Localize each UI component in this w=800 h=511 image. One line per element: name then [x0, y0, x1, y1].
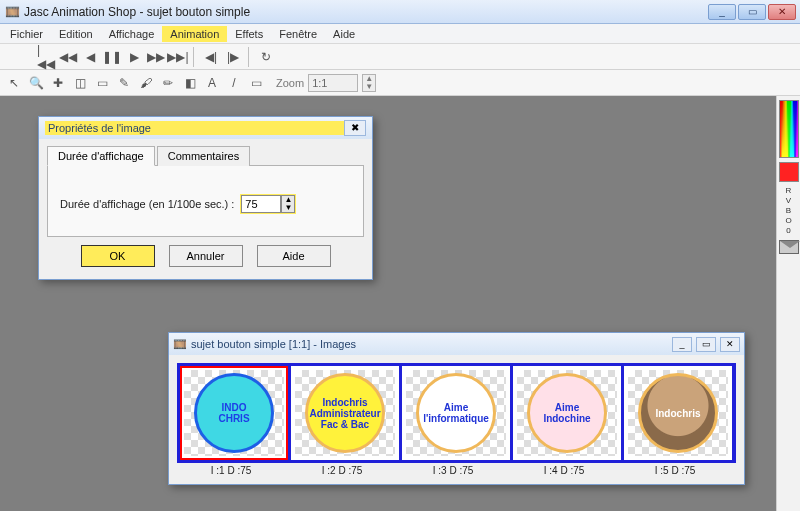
frame-strip: INDOCHRISIndochrisAdministrateurFac & Ba…: [177, 363, 736, 463]
frames-window: 🎞️ sujet bouton simple [1:1] - Images _ …: [168, 332, 745, 485]
ok-button[interactable]: OK: [81, 245, 155, 267]
brush-icon[interactable]: 🖌: [136, 73, 156, 93]
tab-duree[interactable]: Durée d'affichage: [47, 146, 155, 166]
spin-down-icon[interactable]: ▼: [282, 204, 294, 212]
frame-bubble: Aimel'informatique: [416, 373, 496, 453]
frame-5[interactable]: Indochris: [624, 366, 732, 460]
maximize-button[interactable]: ▭: [738, 4, 766, 20]
marquee-icon[interactable]: ▭: [92, 73, 112, 93]
menu-fenêtre[interactable]: Fenêtre: [271, 26, 325, 42]
menubar: FichierEditionAffichageAnimationEffetsFe…: [0, 24, 800, 44]
frame-bubble: Indochris: [638, 373, 718, 453]
tool-toolbar: ↖🔍✚◫▭✎🖌✏◧A/▭Zoom▲▼: [0, 70, 800, 96]
crosshair-icon[interactable]: ✚: [48, 73, 68, 93]
frame-label: I :2 D :75: [288, 465, 396, 476]
close-button[interactable]: ✕: [768, 4, 796, 20]
play-icon[interactable]: ▶: [124, 47, 144, 67]
step-fwd-icon[interactable]: |▶: [223, 47, 243, 67]
dialog-title: Propriétés de l'image: [45, 121, 344, 135]
pointer-icon[interactable]: ↖: [4, 73, 24, 93]
menu-affichage[interactable]: Affichage: [101, 26, 163, 42]
help-button[interactable]: Aide: [257, 245, 331, 267]
frame-bubble: IndochrisAdministrateurFac & Bac: [305, 373, 385, 453]
pause-icon[interactable]: ❚❚: [102, 47, 122, 67]
tab-commentaires[interactable]: Commentaires: [157, 146, 251, 166]
frame-1[interactable]: INDOCHRIS: [180, 366, 288, 460]
frame-3[interactable]: Aimel'informatique: [402, 366, 510, 460]
menu-aide[interactable]: Aide: [325, 26, 363, 42]
frame-4[interactable]: AimeIndochine: [513, 366, 621, 460]
last-icon[interactable]: ▶▶|: [168, 47, 188, 67]
zoom-label: Zoom: [276, 77, 304, 89]
zoom-input[interactable]: [308, 74, 358, 92]
mail-icon[interactable]: [779, 240, 799, 254]
channel-letters: R V B O 0: [785, 186, 791, 236]
menu-effets[interactable]: Effets: [227, 26, 271, 42]
duration-label: Durée d'affichage (en 1/100e sec.) :: [60, 198, 234, 210]
prev-icon[interactable]: ◀◀: [58, 47, 78, 67]
eraser-icon[interactable]: ◧: [180, 73, 200, 93]
film-icon: 🎞️: [173, 338, 187, 351]
frames-window-title: sujet bouton simple [1:1] - Images: [191, 338, 668, 350]
foreground-swatch[interactable]: [779, 162, 799, 182]
frame-bubble: INDOCHRIS: [194, 373, 274, 453]
child-close-button[interactable]: ✕: [720, 337, 740, 352]
child-minimize-button[interactable]: _: [672, 337, 692, 352]
right-dock: R V B O 0: [776, 96, 800, 511]
line-icon[interactable]: /: [224, 73, 244, 93]
menu-animation[interactable]: Animation: [162, 26, 227, 42]
zoom-spinner[interactable]: ▲▼: [362, 74, 376, 92]
duration-stepper[interactable]: ▲▼: [240, 194, 296, 214]
dialog-close-button[interactable]: ✖: [344, 120, 366, 136]
window-title: Jasc Animation Shop - sujet bouton simpl…: [24, 5, 708, 19]
frame-2[interactable]: IndochrisAdministrateurFac & Bac: [291, 366, 399, 460]
child-maximize-button[interactable]: ▭: [696, 337, 716, 352]
text-icon[interactable]: A: [202, 73, 222, 93]
frame-label: I :4 D :75: [510, 465, 618, 476]
rect-icon[interactable]: ▭: [246, 73, 266, 93]
eyedropper-icon[interactable]: ✎: [114, 73, 134, 93]
frame-label: I :5 D :75: [621, 465, 729, 476]
playback-toolbar: |◀◀◀◀◀❚❚▶▶▶▶▶|◀||▶↻: [0, 44, 800, 70]
image-properties-dialog: Propriétés de l'image ✖ Durée d'affichag…: [38, 116, 373, 280]
duration-input[interactable]: [241, 195, 281, 213]
step-back-icon[interactable]: ◀|: [201, 47, 221, 67]
menu-edition[interactable]: Edition: [51, 26, 101, 42]
crop-icon[interactable]: ◫: [70, 73, 90, 93]
titlebar: 🎞️ Jasc Animation Shop - sujet bouton si…: [0, 0, 800, 24]
app-icon: 🎞️: [4, 4, 20, 20]
play-back-icon[interactable]: ◀: [80, 47, 100, 67]
color-palette[interactable]: [779, 100, 799, 158]
menu-fichier[interactable]: Fichier: [2, 26, 51, 42]
first-icon[interactable]: |◀◀: [36, 47, 56, 67]
cancel-button[interactable]: Annuler: [169, 245, 243, 267]
frame-label: I :3 D :75: [399, 465, 507, 476]
loop-icon[interactable]: ↻: [256, 47, 276, 67]
next-icon[interactable]: ▶▶: [146, 47, 166, 67]
pencil-icon[interactable]: ✏: [158, 73, 178, 93]
frame-label: I :1 D :75: [177, 465, 285, 476]
minimize-button[interactable]: _: [708, 4, 736, 20]
frame-bubble: AimeIndochine: [527, 373, 607, 453]
zoom-icon[interactable]: 🔍: [26, 73, 46, 93]
